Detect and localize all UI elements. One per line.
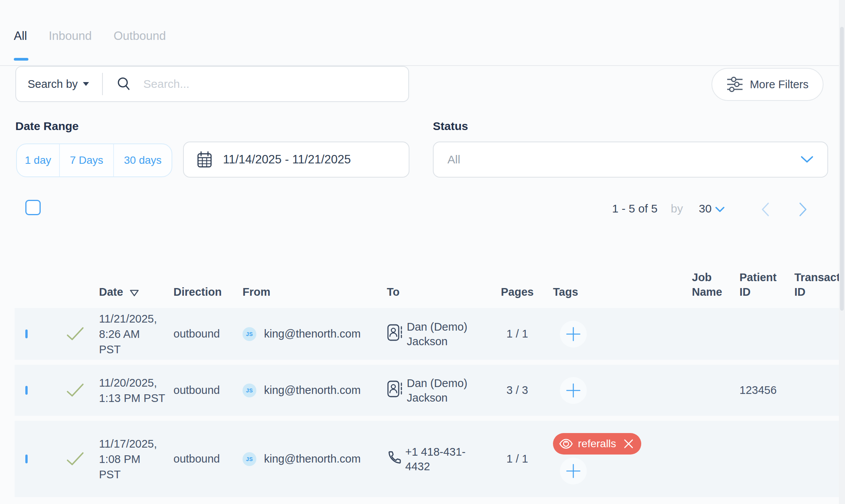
cell-to: Dan (Demo) Jackson [387, 320, 500, 349]
status-select[interactable]: All [433, 142, 828, 178]
cell-tags [535, 320, 673, 348]
sliders-icon [726, 77, 743, 92]
scrollbar-thumb[interactable] [840, 27, 844, 311]
column-header-transaction-id: Transaction ID [783, 270, 845, 299]
contact-card-icon [387, 380, 404, 400]
calendar-icon [197, 151, 212, 168]
chevron-down-icon [800, 156, 814, 163]
add-tag-button[interactable] [559, 457, 588, 485]
cell-direction: outbound [173, 384, 243, 397]
avatar: JS [243, 452, 256, 466]
table-rows: 11/21/2025, 8:26 AM PST outbound JS king… [15, 308, 845, 497]
page-size-dropdown[interactable]: 30 [699, 202, 725, 215]
table-row[interactable]: 11/20/2025, 1:13 PM PST outbound JS king… [15, 365, 845, 416]
cell-pages: 1 / 1 [500, 453, 535, 465]
cell-direction: outbound [173, 328, 243, 340]
tag-pill[interactable]: referalls [553, 433, 641, 455]
tab-inbound[interactable]: Inbound [49, 29, 92, 43]
table-header: Date Direction From To Pages Tags Job Na… [15, 259, 845, 299]
tag-label: referalls [578, 438, 616, 450]
sent-check-icon [57, 383, 99, 398]
row-checkbox[interactable] [25, 386, 28, 395]
cell-date: 11/20/2025, 1:13 PM PST [99, 375, 173, 406]
cell-from: JS king@thenorth.com [243, 452, 387, 466]
add-tag-button[interactable] [559, 376, 588, 405]
column-header-to: To [387, 285, 500, 299]
column-header-direction: Direction [173, 285, 243, 299]
cell-pages: 3 / 3 [500, 384, 535, 397]
cell-to: Dan (Demo) Jackson [387, 376, 500, 405]
preset-7-days[interactable]: 7 Days [59, 144, 113, 176]
column-header-patient-id: Patient ID [729, 270, 783, 299]
column-header-date[interactable]: Date [99, 285, 173, 299]
date-range-value: 11/14/2025 - 11/21/2025 [223, 153, 351, 166]
date-range-label: Date Range [15, 120, 79, 133]
prev-page-button[interactable] [761, 202, 769, 217]
fax-list-screen: All Inbound Outbound Search by Search... [0, 0, 845, 504]
row-checkbox[interactable] [25, 455, 28, 463]
from-label: king@thenorth.com [264, 384, 361, 397]
search-by-dropdown[interactable]: Search by [28, 78, 89, 91]
tab-outbound[interactable]: Outbound [114, 29, 166, 43]
search-by-label: Search by [28, 78, 78, 91]
cell-from: JS king@thenorth.com [243, 384, 387, 397]
add-tag-button[interactable] [559, 320, 588, 348]
cell-tags: referalls [535, 433, 673, 485]
more-filters-button[interactable]: More Filters [711, 68, 824, 101]
date-range-presets: 1 day 7 Days 30 days [16, 143, 172, 177]
table-row[interactable]: 11/17/2025, 1:08 PM PST outbound JS king… [15, 421, 845, 497]
from-label: king@thenorth.com [264, 453, 361, 465]
column-header-from: From [243, 285, 387, 299]
cell-patient-id: 123456 [729, 384, 783, 397]
next-page-button[interactable] [799, 202, 807, 217]
pagination-range: 1 - 5 of 5 [612, 202, 657, 215]
sent-check-icon [57, 452, 99, 466]
preset-30-days[interactable]: 30 days [113, 144, 172, 176]
caret-down-icon [83, 82, 89, 86]
eye-icon [559, 438, 573, 450]
divider [102, 73, 103, 95]
cell-to: +1 418-431- 4432 [387, 445, 500, 474]
column-header-pages: Pages [500, 285, 535, 299]
table-row[interactable]: 11/21/2025, 8:26 AM PST outbound JS king… [15, 308, 845, 360]
cell-from: JS king@thenorth.com [243, 327, 387, 341]
search-box: Search by Search... [15, 66, 409, 102]
chevron-down-icon [715, 207, 725, 212]
to-label: Dan (Demo) Jackson [407, 376, 467, 405]
date-range-input[interactable]: 11/14/2025 - 11/21/2025 [183, 142, 409, 178]
remove-tag-icon[interactable] [624, 439, 634, 449]
from-label: king@thenorth.com [264, 328, 361, 340]
column-header-job-name: Job Name [673, 270, 729, 299]
avatar: JS [243, 327, 256, 341]
row-checkbox[interactable] [25, 329, 28, 338]
search-input[interactable]: Search... [144, 77, 190, 91]
pagination-by-label: by [671, 202, 683, 215]
date-header-label: Date [99, 285, 123, 299]
active-tab-underline [14, 58, 28, 61]
preset-1-day[interactable]: 1 day [17, 144, 59, 176]
tabs-bar: All Inbound Outbound [0, 0, 845, 66]
avatar: JS [243, 384, 256, 397]
cell-tags [535, 376, 673, 405]
tab-all[interactable]: All [14, 29, 27, 43]
sort-desc-icon [129, 289, 139, 297]
cell-date: 11/21/2025, 8:26 AM PST [99, 311, 173, 357]
phone-icon [387, 450, 402, 468]
cell-date: 11/17/2025, 1:08 PM PST [99, 436, 173, 482]
page-size-value: 30 [699, 202, 711, 215]
cell-direction: outbound [173, 453, 243, 465]
scrollbar-track[interactable] [839, 0, 845, 504]
to-label: Dan (Demo) Jackson [407, 320, 467, 349]
column-header-tags: Tags [535, 285, 673, 299]
status-label: Status [433, 120, 468, 133]
to-label: +1 418-431- 4432 [405, 445, 465, 474]
more-filters-label: More Filters [750, 78, 809, 91]
status-value: All [447, 153, 460, 166]
select-all-checkbox[interactable] [25, 200, 41, 215]
sent-check-icon [57, 327, 99, 341]
cell-pages: 1 / 1 [500, 328, 535, 340]
search-icon [116, 76, 132, 92]
contact-card-icon [387, 324, 404, 344]
